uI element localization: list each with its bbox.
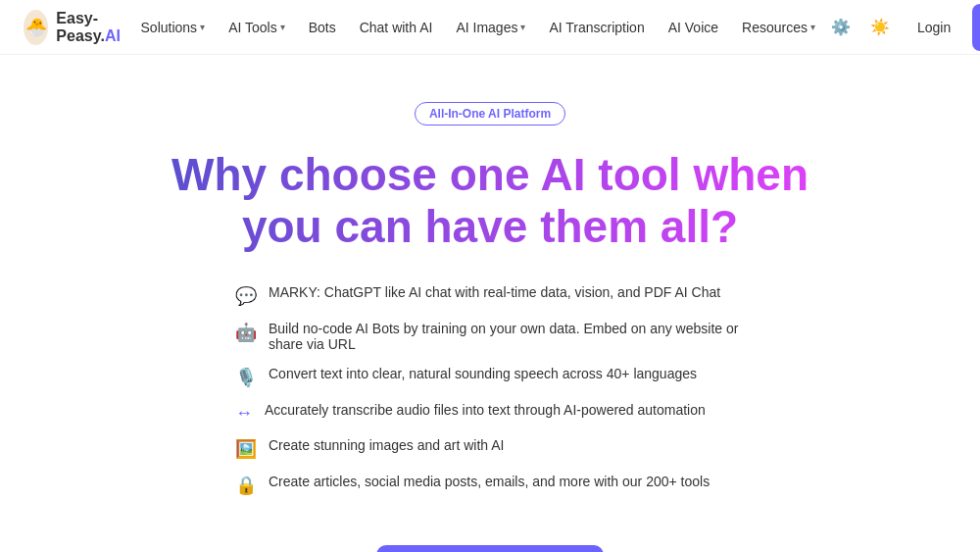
nav-ai-images[interactable]: AI Images ▾: [446, 14, 535, 41]
nav-ai-tools[interactable]: AI Tools ▾: [219, 14, 295, 41]
feature-text-3: Convert text into clear, natural soundin…: [269, 366, 697, 381]
solutions-chevron-icon: ▾: [200, 22, 205, 32]
image-icon: 🖼️: [235, 438, 257, 460]
bot-icon: 🤖: [235, 322, 257, 343]
feature-text-6: Create articles, social media posts, ema…: [269, 474, 710, 489]
feature-text-2: Build no-code AI Bots by training on you…: [269, 321, 745, 352]
settings-icon-button[interactable]: ⚙️: [825, 12, 857, 42]
navbar: 🐣 Easy-Peasy.AI Solutions ▾ AI Tools ▾ B…: [0, 0, 980, 55]
feature-item-2: 🤖 Build no-code AI Bots by training on y…: [235, 321, 745, 352]
tools-icon: 🔒: [235, 475, 257, 496]
hero-title: Why choose one AI tool when you can have…: [157, 149, 823, 253]
nav-actions: ⚙️ ☀️ Login Sign up: [825, 4, 980, 51]
get-started-button[interactable]: ✦ Get started for free: [376, 545, 603, 552]
feature-text-1: MARKY: ChatGPT like AI chat with real-ti…: [269, 284, 720, 300]
logo-link[interactable]: 🐣 Easy-Peasy.AI: [24, 10, 131, 45]
nav-bots[interactable]: Bots: [299, 14, 346, 41]
features-list: 💬 MARKY: ChatGPT like AI chat with real-…: [235, 284, 745, 510]
feature-item-4: ↔️ Accurately transcribe audio files int…: [235, 402, 745, 424]
theme-icon-button[interactable]: ☀️: [864, 12, 896, 42]
nav-solutions[interactable]: Solutions ▾: [131, 14, 216, 41]
nav-chat-with-ai[interactable]: Chat with AI: [350, 14, 443, 41]
feature-item-5: 🖼️ Create stunning images and art with A…: [235, 437, 745, 460]
nav-ai-transcription[interactable]: AI Transcription: [539, 14, 654, 41]
feature-item-6: 🔒 Create articles, social media posts, e…: [235, 474, 745, 496]
microphone-icon: 🎙️: [235, 367, 257, 388]
resources-chevron-icon: ▾: [810, 22, 815, 32]
ai-images-chevron-icon: ▾: [520, 22, 525, 32]
feature-item-3: 🎙️ Convert text into clear, natural soun…: [235, 366, 745, 388]
nav-resources[interactable]: Resources ▾: [732, 14, 825, 41]
chat-icon: 💬: [235, 285, 257, 307]
signup-button[interactable]: Sign up: [972, 4, 980, 51]
cta-section: ✦ Get started for free 👤 👤 👤 👤 👤 876,388…: [324, 545, 655, 552]
login-button[interactable]: Login: [904, 14, 964, 41]
feature-item-1: 💬 MARKY: ChatGPT like AI chat with real-…: [235, 284, 745, 307]
hero-section: All-In-One AI Platform Why choose one AI…: [0, 55, 980, 552]
logo-text: Easy-Peasy.AI: [56, 10, 130, 45]
feature-text-5: Create stunning images and art with AI: [269, 437, 504, 453]
transcribe-icon: ↔️: [235, 403, 253, 424]
ai-tools-chevron-icon: ▾: [280, 22, 285, 32]
logo-icon: 🐣: [24, 10, 48, 45]
feature-text-4: Accurately transcribe audio files into t…: [265, 402, 706, 418]
nav-links: Solutions ▾ AI Tools ▾ Bots Chat with AI…: [131, 14, 825, 41]
nav-ai-voice[interactable]: AI Voice: [659, 14, 728, 41]
hero-badge: All-In-One AI Platform: [415, 102, 565, 125]
